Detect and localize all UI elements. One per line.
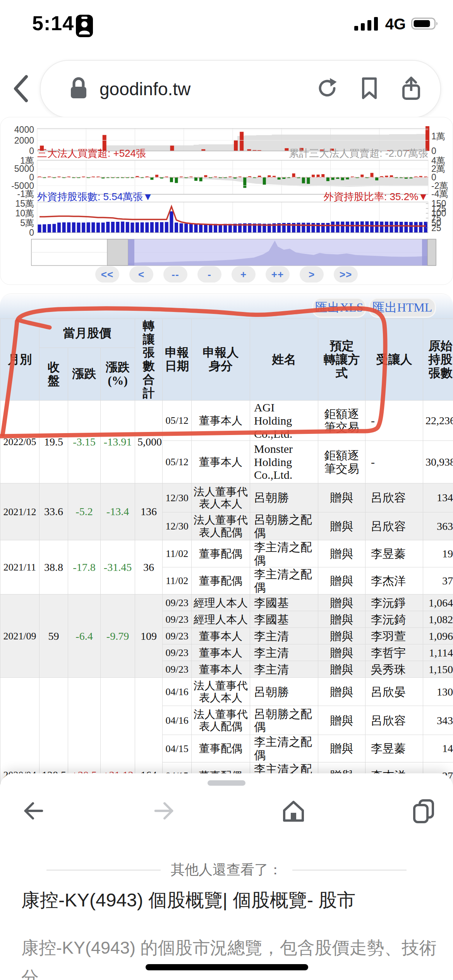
cell-transferee: 李杰洋 — [365, 567, 423, 595]
cell-name: 李主清之配偶 — [250, 735, 318, 762]
cell-declarant-role: 董事本人 — [192, 661, 250, 678]
svg-text:-4萬: -4萬 — [431, 189, 448, 199]
cell-method: 贈與 — [318, 611, 365, 628]
cell-report-date: 09/23 — [163, 644, 192, 661]
chart-nav-button[interactable]: >> — [334, 266, 358, 283]
export-html-button[interactable]: 匯出HTML — [369, 298, 436, 318]
col-header-chg: 漲跌 — [68, 348, 101, 401]
bookmark-icon[interactable] — [360, 77, 378, 101]
cell-orig-shares: 1,082 — [423, 611, 453, 628]
search-result-title[interactable]: 康控-KY(4943) 個股概覽| 個股概覽- 股市 — [21, 888, 436, 913]
chart-nav-button[interactable]: << — [95, 266, 119, 283]
cell-method: 贈與 — [318, 595, 365, 611]
cell-method: 贈與 — [318, 678, 365, 706]
cell-close: 38.8 — [39, 540, 68, 595]
reload-icon[interactable] — [316, 77, 338, 101]
cell-change-pct: -13.4 — [101, 483, 135, 540]
cell-transferee: 李沅錡 — [365, 611, 423, 628]
cell-name: 李國基 — [250, 611, 318, 628]
monthly-transfer-table: 月別 當月股價 轉讓 張數 合計 申報 日期 申報人 身分 姓名 預定 轉讓方式… — [0, 319, 453, 785]
table-row: 2021/0959-6.4-9.7910909/23經理人本人李國基贈與李沅錚1… — [0, 595, 453, 611]
svg-text:10萬: 10萬 — [15, 208, 34, 218]
share-icon[interactable] — [401, 76, 422, 102]
chart-nav-button[interactable]: - — [197, 266, 221, 283]
cell-name: 呂朝勝之配偶 — [250, 512, 318, 540]
svg-text:0: 0 — [29, 228, 34, 238]
battery-icon — [411, 17, 440, 32]
cell-method: 贈與 — [318, 512, 365, 540]
cell-transferee: 呂欣容 — [365, 512, 423, 540]
divider-line — [292, 870, 407, 870]
cell-name: Monster Holding Co.,Ltd. — [250, 441, 318, 483]
svg-text:-1萬: -1萬 — [17, 189, 34, 199]
chart-nav-button[interactable]: -- — [163, 266, 187, 283]
svg-text:2000: 2000 — [14, 135, 34, 146]
cell-orig-shares: 19 — [423, 540, 453, 567]
cell-month: 2021/09 — [0, 595, 39, 678]
cell-method: 贈與 — [318, 706, 365, 735]
svg-text:1萬: 1萬 — [431, 131, 445, 141]
cell-method: 贈與 — [318, 735, 365, 762]
chart-nav-button[interactable]: + — [232, 266, 256, 283]
cell-name: 李主清之配偶 — [250, 567, 318, 595]
home-indicator[interactable] — [146, 964, 308, 970]
cell-transferee: 呂欣晏 — [365, 678, 423, 706]
table-row: 2021/1233.6-5.2-13.413612/30法人董事代表人本人呂朝勝… — [0, 483, 453, 512]
cell-declarant-role: 法人董事代表人配偶 — [192, 512, 250, 540]
cell-name: 李主清 — [250, 628, 318, 644]
cell-orig-shares: 37 — [423, 567, 453, 595]
chart-nav-button[interactable]: ++ — [266, 266, 290, 283]
cell-change-pct: -13.91 — [101, 401, 135, 483]
cell-report-date: 09/23 — [163, 595, 192, 611]
cell-orig-shares: 1,150 — [423, 661, 453, 678]
cell-declarant-role: 董事配偶 — [192, 567, 250, 595]
cell-name: 呂朝勝之配偶 — [250, 706, 318, 735]
cell-method: 贈與 — [318, 540, 365, 567]
cell-change: -3.15 — [68, 401, 101, 483]
browser-back-chevron-icon[interactable] — [9, 74, 33, 105]
cell-name: 李國基 — [250, 595, 318, 611]
col-header-close: 收盤 — [39, 348, 68, 401]
cell-orig-shares: 130 — [423, 678, 453, 706]
col-header-method: 預定 轉讓方式 — [318, 319, 365, 401]
cell-close: 59 — [39, 595, 68, 678]
cell-report-date: 04/15 — [163, 735, 192, 762]
cell-transferee: 李沅錚 — [365, 595, 423, 611]
cell-declarant-role: 董事本人 — [192, 644, 250, 661]
cell-total-shares: 136 — [135, 483, 163, 540]
lock-icon — [69, 77, 89, 101]
cell-orig-shares: 363 — [423, 512, 453, 540]
chart-nav-button[interactable]: > — [300, 266, 324, 283]
sheet-grabber[interactable] — [208, 780, 245, 786]
cell-month: 2022/05 — [0, 401, 39, 483]
browser-bottom-sheet: 其他人還查看了： 康控-KY(4943) 個股概覽| 個股概覽- 股市 康控-K… — [0, 773, 453, 980]
toolbar-home-icon[interactable] — [280, 797, 307, 827]
chart-pagination: <<<---+++>>> — [0, 266, 453, 283]
cell-report-date: 11/02 — [163, 567, 192, 595]
navigator-left-handle[interactable] — [107, 239, 128, 266]
toolbar-back-icon[interactable] — [20, 797, 47, 826]
cell-declarant-role: 法人董事代表人配偶 — [192, 706, 250, 735]
export-xls-button[interactable]: 匯出XLS — [312, 298, 366, 318]
cell-method: 贈與 — [318, 483, 365, 512]
address-bar[interactable]: goodinfo.tw — [40, 60, 441, 118]
cell-transferee: - — [365, 401, 423, 441]
network-type-label: 4G — [385, 15, 406, 33]
cell-name: 呂朝勝 — [250, 678, 318, 706]
cell-name: 李主清 — [250, 661, 318, 678]
stock-chart-card: 4000200001萬0三大法人買賣超: +524張累計三大法人買賣超: -2.… — [0, 117, 453, 285]
cell-change: -6.4 — [68, 595, 101, 678]
cell-report-date: 09/23 — [163, 661, 192, 678]
search-result-snippet: 康控-KY(4943) 的個股市況總覽，包含股價走勢、技術分 析、基本資料、法人… — [21, 933, 438, 980]
navigator-right-handle[interactable] — [427, 239, 436, 266]
cell-declarant-role: 法人董事代表人本人 — [192, 483, 250, 512]
svg-text:4000: 4000 — [14, 125, 34, 135]
cell-change-pct: +31.12 — [101, 678, 135, 785]
cell-change: +30.5 — [68, 678, 101, 785]
cell-report-date: 11/02 — [163, 540, 192, 567]
toolbar-forward-icon[interactable] — [150, 797, 177, 826]
chart-nav-button[interactable]: < — [129, 266, 153, 283]
toolbar-tabs-icon[interactable] — [410, 797, 438, 827]
cell-report-date: 04/16 — [163, 678, 192, 706]
cell-report-date: 09/23 — [163, 611, 192, 628]
